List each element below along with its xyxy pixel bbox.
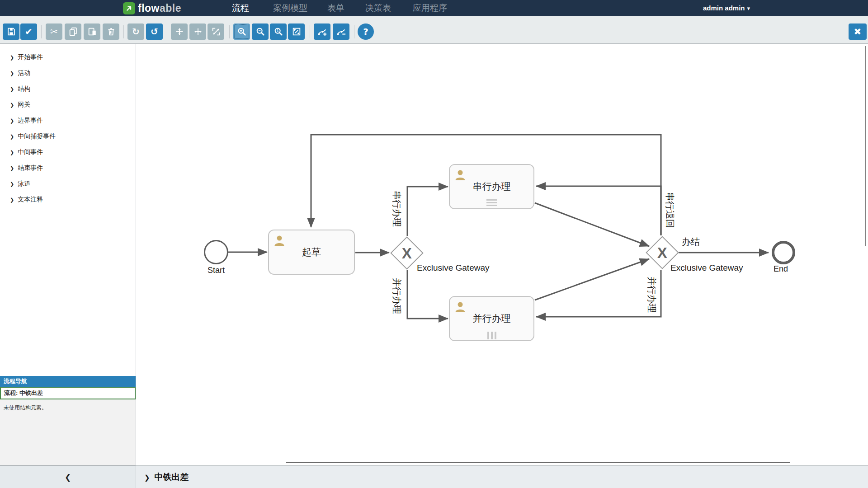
gateway-x-icon: X [402, 245, 412, 260]
palette-group-intermediate-catching-events[interactable]: ❯中间捕捉事件 [0, 128, 136, 144]
canvas-vertical-scrollbar[interactable] [865, 46, 866, 246]
palette-group-end-events[interactable]: ❯结束事件 [0, 160, 136, 176]
palette-group-label: 泳道 [18, 180, 30, 187]
palette-group-swimlanes[interactable]: ❯泳道 [0, 176, 136, 192]
nav-tab-apps[interactable]: 应用程序 [413, 0, 447, 16]
chevron-right-icon: ❯ [10, 181, 14, 187]
sequential-multi-instance-marker [486, 199, 497, 207]
chevron-right-icon: ❯ [10, 70, 14, 76]
process-navigator-hint: 未使用结构元素。 [0, 399, 136, 412]
start-event-node[interactable] [204, 240, 228, 264]
editor-toolbar: ✔ ✂ ↻ ↺ 1 ? ✖ [0, 16, 868, 44]
top-navbar: flowable 流程 案例模型 表单 决策表 应用程序 admin admin… [0, 0, 868, 16]
flow-label-to-serial: 串行办理 [391, 191, 403, 227]
palette-group-intermediate-events[interactable]: ❯中间事件 [0, 144, 136, 160]
chevron-right-icon: ❯ [10, 86, 14, 92]
align-vertical-button [189, 23, 206, 40]
nav-tab-case-models[interactable]: 案例模型 [273, 0, 307, 16]
align-horizontal-button [171, 23, 188, 40]
user-menu-label: admin admin [703, 4, 745, 12]
redo-icon: ↻ [132, 27, 140, 36]
zoom-fit-button[interactable] [288, 23, 305, 40]
chevron-right-icon: ❯ [144, 474, 150, 482]
palette-group-label: 中间捕捉事件 [18, 132, 56, 140]
user-icon [273, 234, 286, 247]
breadcrumb-process[interactable]: ❯中铁出差 [144, 466, 189, 488]
palette-group-gateways[interactable]: ❯网关 [0, 97, 136, 113]
chevron-right-icon: ❯ [10, 165, 14, 171]
help-button[interactable]: ? [358, 23, 374, 40]
flow-label-parallel-return: 并行办理 [646, 277, 658, 313]
palette-group-label: 结束事件 [18, 164, 43, 171]
zoom-actual-button[interactable]: 1 [270, 23, 287, 40]
nav-tab-processes[interactable]: 流程 [232, 0, 249, 16]
canvas-horizontal-scrollbar[interactable] [286, 462, 790, 463]
palette-group-text-annotation[interactable]: ❯文本注释 [0, 192, 136, 207]
scissors-icon: ✂ [50, 27, 58, 36]
end-event-node[interactable] [772, 241, 795, 264]
caret-down-icon: ▾ [747, 5, 750, 12]
palette-group-label: 网关 [18, 101, 30, 108]
palette-group-activities[interactable]: ❯活动 [0, 65, 136, 81]
palette-group-start-events[interactable]: ❯开始事件 [0, 49, 136, 65]
chevron-right-icon: ❯ [10, 55, 14, 61]
process-navigator-current[interactable]: 流程: 中铁出差 [0, 387, 136, 399]
palette-footer: ❮ [0, 465, 136, 488]
toolbar-separator [123, 25, 124, 38]
process-navigator-title: 流程导航 [0, 376, 136, 387]
palette-group-label: 中间事件 [18, 148, 43, 155]
exclusive-gateway-right-label: Exclusive Gateway [670, 263, 743, 273]
question-icon: ? [363, 27, 368, 36]
flow-label-to-parallel: 并行办理 [391, 278, 403, 314]
flowable-logo[interactable]: flowable [123, 2, 181, 14]
palette-group-label: 文本注释 [18, 196, 43, 203]
collapse-sidebar-button[interactable]: ❮ [65, 473, 71, 482]
save-button[interactable] [3, 23, 19, 40]
breadcrumb-title: 中铁出差 [155, 472, 189, 482]
zoom-in-button[interactable] [233, 23, 250, 40]
delete-button [103, 23, 119, 40]
task-draft[interactable]: 起草 [268, 230, 355, 275]
undo-button[interactable]: ↺ [146, 23, 163, 40]
gateway-x-icon: X [657, 245, 667, 260]
palette-group-label: 开始事件 [18, 53, 43, 61]
validate-button[interactable]: ✔ [20, 23, 37, 40]
diagram-canvas[interactable] [136, 44, 868, 465]
close-editor-button[interactable]: ✖ [849, 23, 867, 40]
chevron-right-icon: ❯ [10, 118, 14, 124]
chevron-right-icon: ❯ [10, 102, 14, 108]
remove-bendpoint-button[interactable] [333, 23, 349, 40]
palette-group-structural[interactable]: ❯结构 [0, 81, 136, 97]
nav-tab-decision-tables[interactable]: 决策表 [365, 0, 391, 16]
task-label: 起草 [302, 246, 321, 258]
toolbar-separator [229, 25, 230, 38]
palette-group-label: 边界事件 [18, 117, 43, 124]
zoom-out-button[interactable] [252, 23, 269, 40]
task-label: 并行办理 [473, 312, 511, 325]
flowable-logo-icon [123, 2, 135, 14]
user-menu[interactable]: admin admin▾ [703, 0, 750, 16]
flowable-logo-text: flowable [138, 2, 181, 14]
toolbar-separator [41, 25, 42, 38]
toolbar-separator [354, 25, 354, 38]
flow-label-finish: 办结 [682, 236, 700, 248]
end-event-label: End [763, 264, 799, 274]
chevron-right-icon: ❯ [10, 134, 14, 140]
chevron-right-icon: ❯ [10, 150, 14, 155]
close-icon: ✖ [854, 27, 862, 36]
user-icon [454, 169, 467, 181]
same-size-button [208, 23, 224, 40]
process-navigator-panel: 流程导航 流程: 中铁出差 未使用结构元素。 [0, 376, 136, 465]
nav-tab-forms[interactable]: 表单 [327, 0, 344, 16]
check-icon: ✔ [25, 27, 33, 36]
svg-text:1: 1 [276, 28, 278, 33]
palette-group-boundary-events[interactable]: ❯边界事件 [0, 113, 136, 128]
breadcrumb-bar: ❯中铁出差 [136, 465, 868, 488]
parallel-multi-instance-marker [487, 332, 498, 339]
shape-palette: ❯开始事件 ❯活动 ❯结构 ❯网关 ❯边界事件 ❯中间捕捉事件 ❯中间事件 ❯结… [0, 44, 136, 376]
user-icon [454, 300, 467, 313]
undo-icon: ↺ [151, 27, 158, 36]
palette-group-label: 活动 [18, 69, 30, 76]
add-bendpoint-button[interactable] [314, 23, 330, 40]
toolbar-separator [167, 25, 167, 38]
